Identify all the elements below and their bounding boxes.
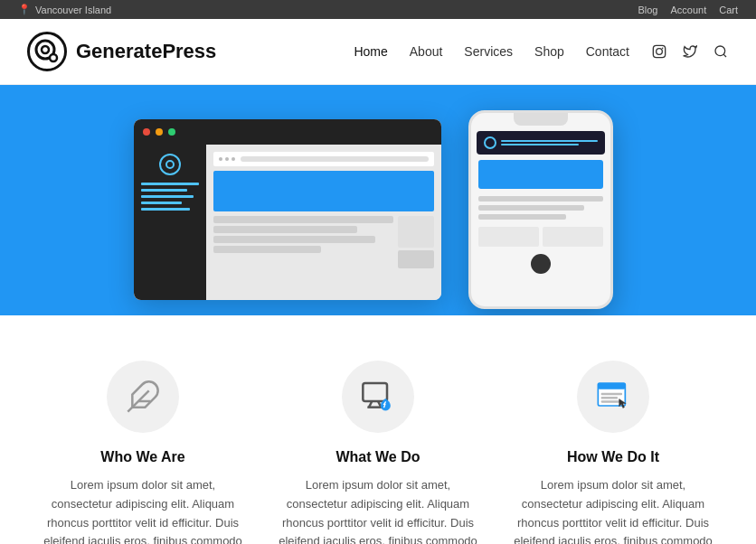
logo-text: GeneratePress (76, 40, 216, 63)
sidebar-line (141, 183, 199, 185)
phone-logo (484, 136, 496, 149)
phone-block (543, 227, 603, 247)
browser-dot-yellow (156, 128, 163, 136)
browser-sidebar (134, 145, 206, 300)
nav-line (501, 144, 579, 145)
sidebar-line (141, 208, 190, 211)
svg-point-6 (715, 46, 725, 56)
svg-rect-16 (601, 393, 622, 396)
logo-icon (27, 32, 67, 71)
top-bar-location: 📍 Vancouver Island (18, 4, 111, 15)
what-we-do-title: What We Do (279, 449, 477, 465)
content-line (213, 246, 321, 253)
phone-blocks-row (478, 227, 603, 247)
logo-svg (34, 39, 60, 64)
browser-left (213, 216, 393, 293)
phone-button (531, 254, 551, 274)
how-we-do-it-title: How We Do It (514, 449, 713, 465)
feather-icon (125, 379, 161, 415)
browser-dot-green (168, 128, 175, 136)
cart-link[interactable]: Cart (719, 5, 738, 15)
sidebar-logo (159, 154, 181, 175)
sidebar-menu (141, 183, 199, 211)
nav-services[interactable]: Services (464, 44, 513, 59)
how-we-do-it-text: Lorem ipsum dolor sit amet, consectetur … (514, 476, 713, 544)
location-text: Vancouver Island (35, 5, 111, 15)
logo[interactable]: GeneratePress (27, 32, 216, 71)
content-line (213, 226, 357, 233)
svg-rect-15 (598, 383, 625, 389)
who-we-are-text: Lorem ipsum dolor sit amet, consectetur … (43, 476, 242, 544)
who-we-are-icon-wrap (107, 361, 179, 433)
nav-contact[interactable]: Contact (586, 44, 629, 59)
phone-mockup (468, 110, 613, 309)
sidebar-logo-inner (165, 160, 175, 169)
svg-point-1 (42, 46, 49, 53)
browser-content (134, 145, 441, 300)
nav-dot (219, 157, 222, 161)
monitor-shield-icon (360, 379, 396, 415)
blog-link[interactable]: Blog (638, 5, 657, 15)
top-bar-links: Blog Account Cart (638, 5, 738, 15)
nav-about[interactable]: About (410, 44, 443, 59)
nav-home[interactable]: Home (354, 44, 387, 59)
sidebar-line (141, 202, 182, 204)
svg-rect-17 (601, 397, 618, 399)
nav-dot (225, 157, 229, 161)
search-icon[interactable] (713, 43, 729, 60)
sidebar-line (141, 189, 187, 192)
svg-point-5 (662, 48, 664, 50)
browser-main (206, 145, 441, 300)
what-we-do-text: Lorem ipsum dolor sit amet, consectetur … (279, 476, 477, 544)
location-icon: 📍 (18, 4, 31, 15)
browser-mockup (134, 119, 441, 300)
header: GeneratePress Home About Services Shop C… (0, 19, 756, 85)
phone-text-line (478, 196, 603, 202)
how-we-do-it-icon-wrap (577, 361, 649, 433)
phone-body (471, 155, 610, 283)
svg-point-4 (657, 49, 663, 55)
who-we-are-title: Who We Are (43, 449, 242, 465)
svg-rect-3 (653, 45, 665, 57)
browser-toolbar (134, 119, 441, 145)
top-bar: 📍 Vancouver Island Blog Account Cart (0, 0, 756, 19)
phone-nav-lines (501, 140, 598, 145)
browser-address (241, 156, 429, 162)
phone-hero-block (478, 160, 603, 189)
nav-dot (232, 157, 235, 161)
hero-section (0, 85, 756, 315)
features-section: Who We Are Lorem ipsum dolor sit amet, c… (0, 315, 756, 544)
phone-block (478, 227, 539, 247)
feature-how-we-do-it: How We Do It Lorem ipsum dolor sit amet,… (505, 361, 722, 544)
instagram-icon[interactable] (651, 43, 667, 60)
phone-header (477, 131, 605, 155)
browser-body (213, 216, 434, 293)
nav-line (501, 140, 598, 142)
content-block (398, 216, 434, 248)
content-block (398, 250, 434, 268)
what-we-do-icon-wrap (342, 361, 414, 433)
account-link[interactable]: Account (670, 5, 706, 15)
phone-notch (514, 113, 568, 126)
hero-illustration (116, 101, 640, 300)
feature-what-we-do: What We Do Lorem ipsum dolor sit amet, c… (269, 361, 487, 544)
phone-text-line (478, 214, 566, 220)
sidebar-line (141, 195, 194, 198)
svg-line-7 (723, 54, 726, 57)
browser-header (213, 152, 434, 166)
nav-social-icons (651, 43, 729, 60)
phone-text-line (478, 205, 584, 211)
window-cursor-icon (595, 379, 631, 415)
content-line (213, 236, 375, 243)
twitter-icon[interactable] (682, 43, 698, 60)
browser-dot-red (143, 128, 150, 136)
main-nav: Home About Services Shop Contact (354, 43, 729, 60)
feature-who-we-are: Who We Are Lorem ipsum dolor sit amet, c… (34, 361, 251, 544)
browser-hero (213, 171, 434, 211)
content-line (213, 216, 393, 223)
svg-rect-10 (363, 383, 387, 401)
svg-rect-18 (601, 400, 620, 403)
nav-shop[interactable]: Shop (534, 44, 564, 59)
svg-point-2 (50, 54, 57, 61)
browser-nav (219, 157, 235, 161)
